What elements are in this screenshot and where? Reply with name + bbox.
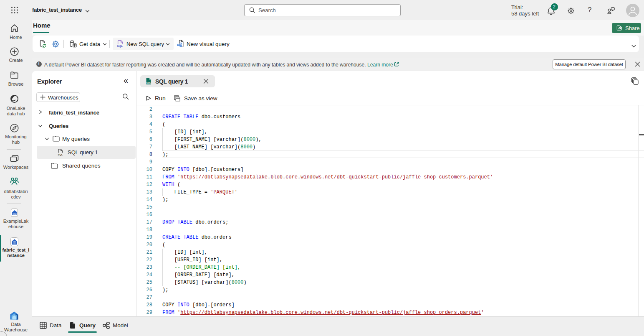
svg-text:SQL: SQL — [117, 44, 123, 48]
svg-text:SQL: SQL — [146, 81, 152, 84]
svg-text:SQL: SQL — [58, 153, 63, 156]
